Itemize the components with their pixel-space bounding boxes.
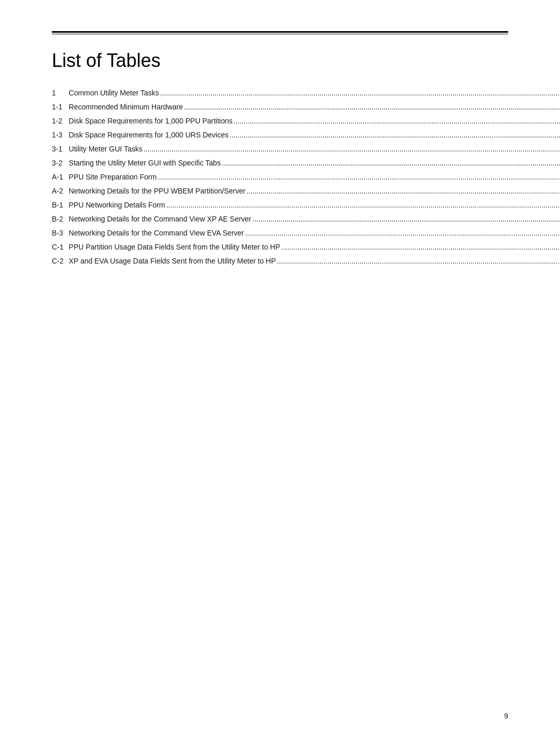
toc-entry-label: Disk Space Requirements for 1,000 URS De…	[69, 130, 229, 141]
toc-entry-cell: Disk Space Requirements for 1,000 PPU Pa…	[69, 114, 560, 128]
toc-entry-number: 3-2	[52, 156, 69, 170]
toc-row: B-3Networking Details for the Command Vi…	[52, 226, 560, 240]
toc-entry-label: Common Utility Meter Tasks	[69, 88, 159, 99]
toc-row: C-1PPU Partition Usage Data Fields Sent …	[52, 240, 560, 254]
toc-entry-label: XP and EVA Usage Data Fields Sent from t…	[69, 256, 276, 267]
toc-entry-cell: Common Utility Meter Tasks..............…	[69, 86, 560, 100]
toc-entry-label: Networking Details for the PPU WBEM Part…	[69, 186, 246, 197]
toc-entry-label: PPU Site Preparation Form	[69, 172, 157, 183]
toc-row: A-1PPU Site Preparation Form............…	[52, 170, 560, 184]
toc-entry-cell: Recommended Minimum Hardware............…	[69, 100, 560, 114]
toc-row: 1-1Recommended Minimum Hardware.........…	[52, 100, 560, 114]
toc-row: 1-2Disk Space Requirements for 1,000 PPU…	[52, 114, 560, 128]
toc-entry-label: PPU Partition Usage Data Fields Sent fro…	[69, 242, 281, 253]
toc-entry-dots: ........................................…	[251, 214, 560, 225]
footer-page-number: 9	[504, 712, 508, 720]
toc-entry-cell: XP and EVA Usage Data Fields Sent from t…	[69, 254, 560, 268]
toc-entry-number: A-2	[52, 184, 69, 198]
toc-entry-label: Disk Space Requirements for 1,000 PPU Pa…	[69, 116, 233, 127]
toc-entry-cell: Starting the Utility Meter GUI with Spec…	[69, 156, 560, 170]
page-title: List of Tables	[52, 50, 508, 72]
toc-entry-number: 3-1	[52, 142, 69, 156]
toc-entry-label: Starting the Utility Meter GUI with Spec…	[69, 158, 221, 169]
toc-row: C-2XP and EVA Usage Data Fields Sent fro…	[52, 254, 560, 268]
toc-row: B-2Networking Details for the Command Vi…	[52, 212, 560, 226]
top-border-thick	[52, 31, 508, 33]
toc-entry-cell: Networking Details for the Command View …	[69, 226, 560, 240]
toc-entry-dots: ........................................…	[276, 256, 560, 267]
toc-entry-label: Networking Details for the Command View …	[69, 228, 244, 239]
toc-entry-label: Utility Meter GUI Tasks	[69, 144, 143, 155]
toc-entry-number: C-2	[52, 254, 69, 268]
toc-entry-label: Networking Details for the Command View …	[69, 214, 251, 225]
toc-entry-number: 1-3	[52, 128, 69, 142]
toc-row: 3-2Starting the Utility Meter GUI with S…	[52, 156, 560, 170]
toc-entry-dots: ........................................…	[233, 116, 561, 127]
toc-row: 3-1Utility Meter GUI Tasks..............…	[52, 142, 560, 156]
toc-entry-dots: ........................................…	[280, 242, 560, 253]
toc-entry-cell: Disk Space Requirements for 1,000 URS De…	[69, 128, 560, 142]
toc-row: 1Common Utility Meter Tasks.............…	[52, 86, 560, 100]
toc-entry-dots: ........................................…	[143, 144, 560, 155]
toc-entry-dots: ........................................…	[244, 228, 560, 239]
toc-entry-label: Recommended Minimum Hardware	[69, 102, 183, 113]
toc-row: A-2Networking Details for the PPU WBEM P…	[52, 184, 560, 198]
toc-entry-dots: ........................................…	[221, 158, 560, 169]
toc-entry-cell: Utility Meter GUI Tasks.................…	[69, 142, 560, 156]
toc-entry-label: PPU Networking Details Form	[69, 200, 165, 211]
toc-entry-dots: ........................................…	[229, 130, 560, 141]
toc-entry-number: B-2	[52, 212, 69, 226]
toc-entry-cell: PPU Site Preparation Form...............…	[69, 170, 560, 184]
toc-entry-number: B-3	[52, 226, 69, 240]
toc-entry-dots: ........................................…	[157, 172, 560, 183]
top-border-thin	[52, 34, 508, 34]
toc-entry-dots: ........................................…	[183, 102, 560, 113]
toc-entry-number: A-1	[52, 170, 69, 184]
toc-entry-dots: ........................................…	[165, 200, 561, 211]
toc-row: B-1PPU Networking Details Form..........…	[52, 198, 560, 212]
toc-entry-number: B-1	[52, 198, 69, 212]
toc-entry-number: C-1	[52, 240, 69, 254]
toc-row: 1-3Disk Space Requirements for 1,000 URS…	[52, 128, 560, 142]
toc-entry-cell: PPU Networking Details Form.............…	[69, 198, 560, 212]
toc-entry-number: 1	[52, 86, 69, 100]
toc-entry-cell: PPU Partition Usage Data Fields Sent fro…	[69, 240, 560, 254]
toc-table: 1Common Utility Meter Tasks.............…	[52, 86, 560, 268]
toc-entry-cell: Networking Details for the PPU WBEM Part…	[69, 184, 560, 198]
toc-entry-number: 1-2	[52, 114, 69, 128]
toc-entry-dots: ........................................…	[159, 88, 560, 99]
toc-entry-dots: ........................................…	[245, 186, 560, 197]
toc-entry-number: 1-1	[52, 100, 69, 114]
toc-entry-cell: Networking Details for the Command View …	[69, 212, 560, 226]
